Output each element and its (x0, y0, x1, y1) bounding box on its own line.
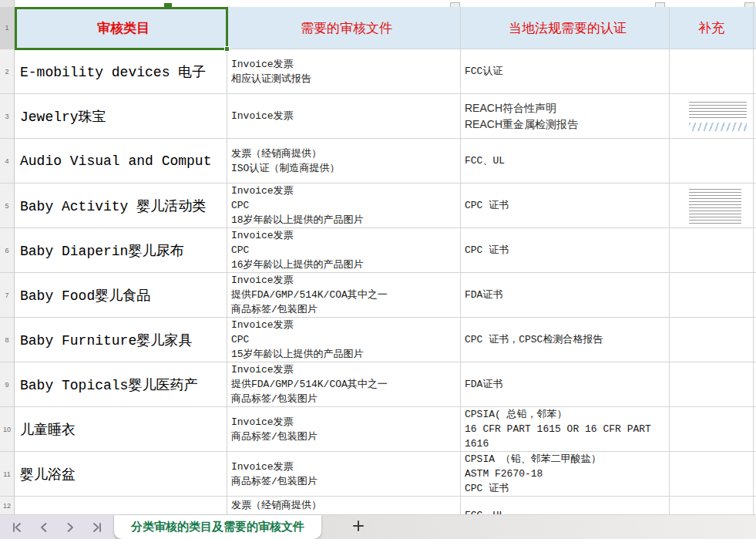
row-number[interactable]: 11 (0, 452, 15, 497)
thumbnail-text-lines (689, 102, 747, 120)
cell-category[interactable]: Baby Food婴儿食品 (15, 273, 227, 318)
cell-extra[interactable] (670, 452, 754, 497)
sheet-tab-bar: 分类审核的类目及需要的审核文件 (0, 515, 756, 539)
docs-line: ISO认证（制造商提供） (227, 161, 460, 176)
cell-extra[interactable] (670, 362, 754, 407)
header-row: 1 审核类目需要的审核文件当地法规需要的认证补充 (0, 7, 756, 49)
cell-extra[interactable] (670, 228, 754, 273)
next-sheet-icon[interactable] (61, 518, 79, 537)
docs-line: 商品标签/包装图片 (227, 430, 460, 444)
docs-line: 16岁年龄以上提供的产品图片 (227, 258, 460, 272)
row-number[interactable]: 6 (0, 228, 15, 273)
cell-docs[interactable]: Invoice发票商品标签/包装图片 (227, 407, 461, 452)
cell-extra[interactable] (670, 497, 754, 515)
cert-line: CPC 证书 (461, 198, 669, 213)
header-cell-label: 当地法规需要的认证 (509, 19, 627, 37)
cert-line: ASTM F2670-18 (461, 467, 669, 481)
last-sheet-icon[interactable] (88, 518, 106, 537)
thumbnail-text-lines (689, 189, 741, 224)
category-label: Jewelry珠宝 (15, 107, 227, 126)
cell-extra[interactable] (670, 273, 754, 318)
prev-sheet-icon[interactable] (35, 518, 53, 537)
sheet-tab-label: 分类审核的类目及需要的审核文件 (131, 520, 304, 534)
cell-category[interactable]: Baby Furniture婴儿家具 (15, 318, 227, 362)
cell-category[interactable]: 婴儿浴盆 (15, 452, 227, 497)
attachment-thumbnail[interactable] (684, 186, 746, 227)
cell-extra[interactable] (670, 94, 754, 139)
row-number[interactable]: 10 (0, 407, 15, 452)
category-label: Baby Diaperin婴儿尿布 (15, 241, 227, 260)
row-number[interactable]: 7 (0, 273, 15, 318)
cell-cert[interactable]: FDA证书 (461, 273, 670, 318)
row-number[interactable]: 4 (0, 139, 15, 184)
cell-extra[interactable] (670, 49, 754, 94)
cell-category[interactable]: Baby Activity 婴儿活动类 (15, 184, 227, 228)
cell-cert[interactable]: FCC认证 (461, 49, 670, 94)
cell-cert[interactable]: CPC 证书 (461, 228, 670, 273)
cell-extra[interactable] (670, 407, 754, 452)
docs-line: 商品标签/包装图片 (227, 302, 460, 317)
add-sheet-button[interactable] (348, 517, 368, 537)
docs-line: 相应认证测试报告 (227, 72, 460, 86)
row-number[interactable]: 1 (0, 7, 15, 49)
table-row: 5Baby Activity 婴儿活动类Invoice发票CPC18岁年龄以上提… (0, 184, 756, 228)
cell-docs[interactable]: Invoice发票CPC18岁年龄以上提供的产品图片 (227, 184, 461, 228)
cell-docs[interactable]: 发票（经销商提供） (227, 497, 461, 515)
cell-extra[interactable] (670, 318, 754, 362)
cell-extra[interactable] (670, 184, 754, 228)
attachment-thumbnail[interactable] (684, 99, 751, 135)
header-cell-2[interactable]: 需要的审核文件 (227, 7, 461, 49)
cell-category[interactable]: E-mobility devices 电子 (15, 49, 227, 94)
cert-line: CPSIA( 总铅，邻苯） (461, 407, 669, 422)
cell-docs[interactable]: Invoice发票商品标签/包装图片 (227, 452, 461, 497)
docs-line: CPC (227, 243, 460, 258)
row-number[interactable]: 8 (0, 318, 15, 362)
row-number[interactable]: 12 (0, 497, 15, 515)
table-row: 9Baby Topicals婴儿医药产Invoice发票提供FDA/GMP/51… (0, 362, 756, 407)
cell-cert[interactable]: REACH符合性声明REACH重金属检测报告 (461, 94, 670, 139)
docs-line: CPC (227, 198, 460, 213)
cell-docs[interactable]: Invoice发票提供FDA/GMP/514K/COA其中之一商品标签/包装图片 (227, 362, 461, 407)
cert-line: FCC、UL (461, 508, 669, 515)
cell-category[interactable]: Baby Diaperin婴儿尿布 (15, 228, 227, 273)
table-row: 12发票（经销商提供）FCC、UL (0, 497, 756, 515)
cell-docs[interactable]: Invoice发票CPC16岁年龄以上提供的产品图片 (227, 228, 461, 273)
cell-category[interactable]: 儿童睡衣 (15, 407, 227, 452)
cell-docs[interactable]: Invoice发票相应认证测试报告 (227, 49, 461, 94)
header-cell-1[interactable]: 审核类目 (15, 7, 227, 49)
active-sheet-tab[interactable]: 分类审核的类目及需要的审核文件 (114, 515, 321, 539)
clipped-row-strip (0, 0, 756, 7)
docs-line: Invoice发票 (227, 318, 460, 332)
header-cell-label: 补充 (698, 19, 724, 37)
cert-line: FCC认证 (461, 64, 669, 79)
cell-docs[interactable]: Invoice发票提供FDA/GMP/514K/COA其中之一商品标签/包装图片 (227, 273, 461, 318)
cell-cert[interactable]: CPC 证书 (461, 184, 670, 228)
category-label: Audio Visual and Comput (15, 153, 227, 169)
docs-line: CPC (227, 332, 460, 347)
row-number[interactable]: 3 (0, 94, 15, 139)
cell-cert[interactable]: CPC 证书，CPSC检测合格报告 (461, 318, 670, 362)
thumbnail-signature-marks (689, 123, 747, 131)
header-cell-4[interactable]: 补充 (670, 7, 754, 49)
cell-cert[interactable]: CPSIA( 总铅，邻苯）16 CFR PART 1615 OR 16 CFR … (461, 407, 670, 452)
cert-line: CPC 证书 (461, 243, 669, 258)
cell-category[interactable]: Audio Visual and Comput (15, 139, 227, 184)
cell-docs[interactable]: Invoice发票CPC15岁年龄以上提供的产品图片 (227, 318, 461, 362)
category-label: 婴儿浴盆 (15, 465, 227, 483)
first-sheet-icon[interactable] (8, 518, 26, 537)
docs-line: 发票（经销商提供） (227, 147, 460, 161)
cell-extra[interactable] (670, 139, 754, 184)
cell-cert[interactable]: FDA证书 (461, 362, 670, 407)
cell-docs[interactable]: 发票（经销商提供）ISO认证（制造商提供） (227, 139, 461, 184)
cell-cert[interactable]: FCC、UL (461, 497, 670, 515)
row-number[interactable]: 9 (0, 362, 15, 407)
cell-category[interactable]: Jewelry珠宝 (15, 94, 227, 139)
cell-cert[interactable]: FCC、UL (461, 139, 670, 184)
cell-cert[interactable]: CPSIA （铅、邻苯二甲酸盐）ASTM F2670-18CPC 证书 (461, 452, 670, 497)
cell-category[interactable]: Baby Topicals婴儿医药产 (15, 362, 227, 407)
cell-category[interactable] (15, 497, 227, 515)
row-number[interactable]: 2 (0, 49, 15, 94)
header-cell-3[interactable]: 当地法规需要的认证 (461, 7, 670, 49)
row-number[interactable]: 5 (0, 184, 15, 228)
cell-docs[interactable]: Invoice发票 (227, 94, 461, 139)
